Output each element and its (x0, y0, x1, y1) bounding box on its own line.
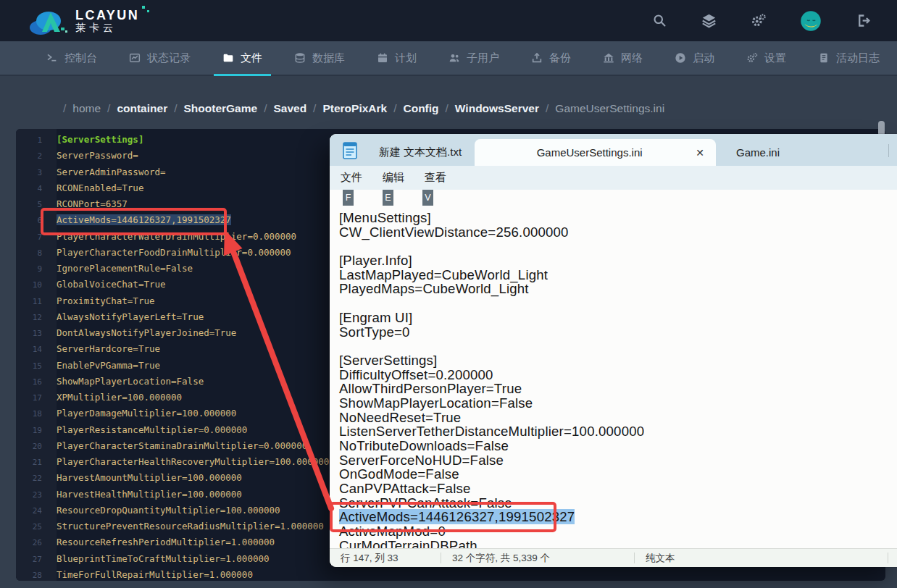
nav-item-backup[interactable]: 备份 (515, 41, 587, 75)
line-number: 8 (16, 245, 42, 261)
breadcrumb-separator: / (546, 102, 548, 114)
breadcrumb-segment[interactable]: PteroPixArk (322, 102, 387, 114)
notepad-line: [Player.Info] (339, 253, 897, 268)
line-number: 17 (16, 390, 42, 406)
breadcrumb-separator: / (107, 102, 110, 114)
notepad-window: 新建 文本文档.txtGameUserSettings.ini✕Game.ini… (330, 134, 897, 567)
line-number: 22 (16, 471, 42, 487)
status-divider (634, 553, 635, 563)
code-text: GlobalVoiceChat=True (57, 279, 166, 290)
breadcrumb-separator: / (393, 102, 396, 114)
code-text: AlwaysNotifyPlayerLeft=True (57, 311, 204, 322)
line-number: 2 (16, 148, 42, 164)
code-text: HarvestAmountMultiplier=100.000000 (57, 472, 242, 483)
code-text: PlayerDamageMultiplier=100.000000 (57, 408, 236, 419)
logout-icon[interactable] (856, 13, 871, 28)
notepad-line (339, 339, 897, 353)
nav-item-label: 数据库 (312, 51, 345, 65)
code-text: HarvestHealthMultiplier=100.000000 (57, 489, 242, 500)
breadcrumb-segment[interactable]: GameUserSettings.ini (555, 102, 664, 114)
notepad-line: [Engram UI] (339, 311, 897, 325)
status-char-count: 32 个字符, 共 5,339 个 (452, 552, 550, 565)
breadcrumb-segment[interactable]: Saved (273, 102, 306, 114)
nav-item-database[interactable]: 数据库 (278, 41, 361, 75)
search-icon[interactable] (652, 13, 667, 28)
notepad-line: CanPVPAttack=False (339, 482, 897, 496)
nav-item-schedule[interactable]: 计划 (361, 41, 433, 75)
code-text: PlayerCharacterWaterDrainMultiplier=0.00… (57, 231, 296, 242)
notepad-tab-bar: 新建 文本文档.txtGameUserSettings.ini✕Game.ini… (330, 134, 897, 166)
notepad-line: LastMapPlayed=CubeWorld_Light (339, 268, 897, 282)
play-icon (675, 52, 686, 64)
accesskey-badge-E: E (383, 190, 393, 206)
line-number: 18 (16, 406, 42, 422)
menu-item-V[interactable]: 查看 (418, 169, 453, 186)
tab-Game.ini[interactable]: Game.ini (716, 139, 888, 166)
nav-item-subusers[interactable]: 子用户 (433, 41, 515, 75)
users-icon (448, 52, 460, 64)
notepad-line: SortType=0 (339, 325, 897, 340)
nav-item-console[interactable]: 控制台 (30, 41, 113, 75)
database-icon (294, 52, 306, 64)
code-text: XPMultiplier=100.000000 (57, 392, 182, 403)
tab-label: 新建 文本文档.txt (379, 146, 462, 159)
code-text: PlayerCharacterStaminaDrainMultiplier=0.… (57, 440, 307, 451)
nav-item-network[interactable]: 网络 (587, 41, 659, 75)
accesskey-badge-F: F (343, 190, 354, 206)
network-icon (603, 52, 614, 64)
breadcrumb-segment[interactable]: Config (403, 102, 438, 114)
notepad-line: ServerPVPCanAttack=False (339, 496, 897, 511)
notepad-text-area[interactable]: [MenuSettings]CW_ClientViewDistance=256.… (330, 190, 897, 549)
nav-item-startup[interactable]: 启动 (659, 41, 730, 75)
accesskey-badge-V: V (422, 190, 433, 206)
avatar[interactable] (800, 10, 822, 32)
line-number: 13 (16, 326, 42, 342)
nav-item-label: 子用户 (467, 51, 499, 65)
journal-icon (818, 52, 830, 64)
breadcrumb-segment[interactable]: home (72, 102, 101, 114)
nav-item-label: 计划 (395, 51, 417, 65)
line-number: 23 (16, 487, 42, 503)
breadcrumb-segment[interactable]: ShooterGame (183, 102, 257, 114)
code-text: ServerPassword= (57, 150, 138, 161)
breadcrumb-segment[interactable]: WindowsServer (455, 102, 539, 114)
gear-icon[interactable] (751, 13, 766, 28)
nav-item-label: 备份 (549, 51, 571, 65)
notepad-file-icon (343, 142, 357, 159)
status-cursor-position: 行 147, 列 33 (341, 552, 399, 565)
notepad-line (339, 296, 897, 311)
terminal-icon (46, 52, 58, 64)
upload-icon (531, 52, 543, 64)
nav-item-label: 网络 (621, 51, 643, 65)
line-number: 10 (16, 277, 42, 293)
tab-GameUserSettings.ini[interactable]: GameUserSettings.ini✕ (475, 139, 716, 166)
tab-新建 文本文档.txt[interactable]: 新建 文本文档.txt (366, 139, 475, 166)
nav-item-files[interactable]: 文件 (206, 41, 278, 75)
layers-icon[interactable] (701, 13, 717, 28)
nav-item-status-history[interactable]: 状态记录 (113, 41, 206, 75)
code-text: EnablePvPGamma=True (57, 360, 160, 371)
line-number: 1 (16, 133, 42, 148)
line-number: 7 (16, 230, 42, 245)
breadcrumb-segment[interactable]: container (117, 102, 167, 114)
brand-logo[interactable]: LCAYUN 莱卡云 (29, 6, 139, 36)
menu-item-E[interactable]: 编辑 (376, 169, 411, 186)
line-number: 16 (16, 374, 42, 390)
notepad-line: NoTributeDownloads=False (339, 439, 897, 453)
menu-item-F[interactable]: 文件 (334, 169, 369, 186)
nav-item-label: 文件 (241, 51, 262, 65)
notepad-line: ListenServerTetherDistanceMultiplier=100… (339, 424, 897, 439)
code-text: IgnorePlacementRule=False (57, 263, 193, 274)
code-text: BlueprintTimeToCraftMultiplier=1.000000 (57, 553, 270, 564)
notepad-line: AllowThirdPersonPlayer=True (339, 382, 897, 396)
line-number: 6 (16, 213, 42, 229)
tab-label: Game.ini (736, 146, 780, 159)
notepad-menu-bar: 文件编辑查看 (330, 166, 897, 190)
nav-item-label: 状态记录 (147, 51, 191, 65)
close-tab-icon[interactable]: ✕ (694, 147, 706, 159)
code-text: DontAlwaysNotifyPlayerJoined=True (57, 327, 236, 338)
breadcrumb: /home/container/ShooterGame/Saved/PteroP… (57, 102, 664, 115)
nav-item-settings[interactable]: 设置 (730, 41, 802, 75)
nav-item-activity-log[interactable]: 活动日志 (802, 41, 896, 75)
notepad-line: [MenuSettings] (339, 211, 897, 225)
